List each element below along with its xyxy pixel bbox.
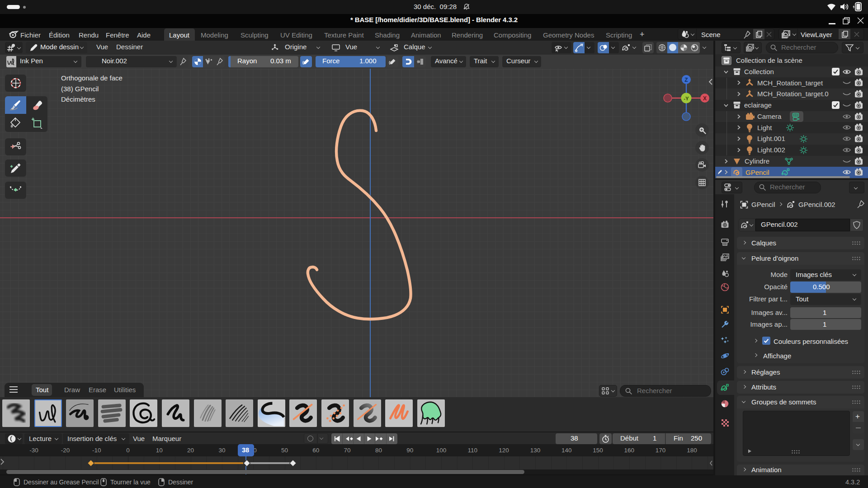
svg-text:Z: Z	[684, 77, 688, 83]
svg-text:X: X	[703, 95, 707, 102]
svg-text:-Y: -Y	[684, 96, 689, 101]
